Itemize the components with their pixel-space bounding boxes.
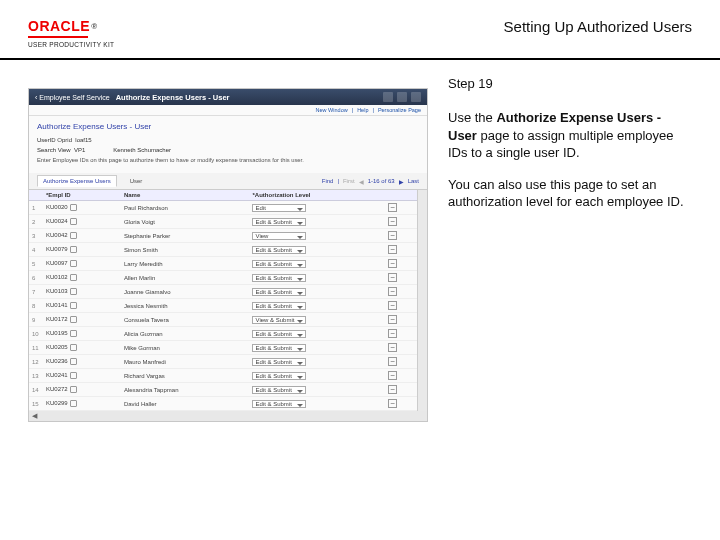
delete-row-button[interactable]: −	[388, 343, 397, 352]
searchview-label: Search View	[37, 147, 71, 153]
screen-title: Authorize Expense Users - User	[116, 93, 373, 102]
notifications-icon[interactable]	[411, 92, 421, 102]
col-emplid[interactable]: *Empl ID	[43, 190, 121, 201]
table-row: 1KU0020Paul RichardsonEdit−	[29, 201, 417, 215]
lookup-icon[interactable]	[70, 288, 77, 295]
app-titlebar: ‹ Employee Self Service Authorize Expens…	[29, 89, 427, 105]
auth-level-select[interactable]: Edit & Submit	[252, 330, 306, 338]
page-hint: Enter Employee IDs on this page to autho…	[37, 157, 419, 163]
pager-prev-icon[interactable]: ◀	[359, 178, 364, 185]
lookup-icon[interactable]	[70, 358, 77, 365]
auth-level-select[interactable]: Edit & Submit	[252, 246, 306, 254]
auth-level-select[interactable]: Edit & Submit	[252, 260, 306, 268]
delete-row-button[interactable]: −	[388, 245, 397, 254]
table-row: 14KU0272Alexandria TappmanEdit & Submit−	[29, 383, 417, 397]
lookup-icon[interactable]	[70, 316, 77, 323]
delete-row-button[interactable]: −	[388, 273, 397, 282]
brand-subtitle: USER PRODUCTIVITY KIT	[28, 41, 114, 48]
lookup-icon[interactable]	[70, 400, 77, 407]
lookup-icon[interactable]	[70, 246, 77, 253]
pager-first[interactable]: First	[343, 178, 355, 184]
auth-level-select[interactable]: View & Submit	[252, 316, 306, 324]
pager-range: 1-16 of 63	[368, 178, 395, 184]
tab-authorize[interactable]: Authorize Expense Users	[37, 175, 117, 187]
pager-last[interactable]: Last	[408, 178, 419, 184]
brand-underline	[28, 36, 88, 38]
lookup-icon[interactable]	[70, 218, 77, 225]
personalize-link[interactable]: Personalize Page	[378, 107, 421, 113]
auth-level-select[interactable]: Edit & Submit	[252, 302, 306, 310]
auth-level-select[interactable]: Edit & Submit	[252, 274, 306, 282]
delete-row-button[interactable]: −	[388, 231, 397, 240]
lookup-icon[interactable]	[70, 302, 77, 309]
titlebar-icons	[379, 92, 421, 103]
brand-text: ORACLE	[28, 18, 90, 34]
table-row: 3KU0042Stephanie ParkerView−	[29, 229, 417, 243]
page-heading: Authorize Expense Users - User	[37, 122, 419, 131]
table-row: 9KU0172Consuela TaveraView & Submit−	[29, 313, 417, 327]
auth-users-table: *Empl ID Name *Authorization Level 1KU00…	[29, 190, 417, 411]
lookup-icon[interactable]	[70, 260, 77, 267]
delete-row-button[interactable]: −	[388, 287, 397, 296]
delete-row-button[interactable]: −	[388, 259, 397, 268]
searchview-value: VP1	[74, 147, 85, 153]
delete-row-button[interactable]: −	[388, 203, 397, 212]
table-row: 7KU0103Joanne GiamalvoEdit & Submit−	[29, 285, 417, 299]
lookup-icon[interactable]	[70, 372, 77, 379]
delete-row-button[interactable]: −	[388, 357, 397, 366]
auth-level-select[interactable]: Edit & Submit	[252, 218, 306, 226]
col-level[interactable]: *Authorization Level	[249, 190, 385, 201]
lookup-icon[interactable]	[70, 344, 77, 351]
vertical-scrollbar[interactable]	[417, 190, 427, 411]
pager-next-icon[interactable]: ▶	[399, 178, 404, 185]
auth-level-select[interactable]: Edit & Submit	[252, 358, 306, 366]
page-title: Setting Up Authorized Users	[504, 18, 692, 35]
delete-row-button[interactable]: −	[388, 315, 397, 324]
delete-row-button[interactable]: −	[388, 399, 397, 408]
instruction-p2: You can also use this page to set an aut…	[448, 176, 692, 211]
grid-tabs: Authorize Expense Users User Find | Firs…	[29, 173, 427, 190]
lookup-icon[interactable]	[70, 204, 77, 211]
table-row: 11KU0205Mike GormanEdit & Submit−	[29, 341, 417, 355]
nav-icon[interactable]	[397, 92, 407, 102]
back-breadcrumb[interactable]: ‹ Employee Self Service	[35, 94, 110, 101]
table-row: 4KU0079Simon SmithEdit & Submit−	[29, 243, 417, 257]
userid-value: loaf15	[75, 137, 91, 143]
delete-row-button[interactable]: −	[388, 301, 397, 310]
horizontal-scrollbar[interactable]: ◀	[29, 411, 427, 421]
tab-user[interactable]: User	[125, 176, 148, 186]
home-icon[interactable]	[383, 92, 393, 102]
delete-row-button[interactable]: −	[388, 385, 397, 394]
table-row: 13KU0241Richard VargasEdit & Submit−	[29, 369, 417, 383]
table-row: 12KU0236Mauro ManfrediEdit & Submit−	[29, 355, 417, 369]
table-row: 5KU0097Larry MeredithEdit & Submit−	[29, 257, 417, 271]
step-label: Step 19	[448, 76, 692, 91]
table-row: 2KU0024Gloria VoigtEdit & Submit−	[29, 215, 417, 229]
table-row: 6KU0102Allen MarlinEdit & Submit−	[29, 271, 417, 285]
col-name[interactable]: Name	[121, 190, 250, 201]
util-links: New Window| Help| Personalize Page	[29, 105, 427, 116]
delete-row-button[interactable]: −	[388, 371, 397, 380]
userid-label: UserID Oprid	[37, 137, 72, 143]
lookup-icon[interactable]	[70, 232, 77, 239]
auth-level-select[interactable]: View	[252, 232, 306, 240]
searchview-desc: Kenneth Schumacher	[113, 147, 171, 153]
auth-level-select[interactable]: Edit & Submit	[252, 344, 306, 352]
auth-level-select[interactable]: Edit & Submit	[252, 386, 306, 394]
auth-level-select[interactable]: Edit & Submit	[252, 288, 306, 296]
new-window-link[interactable]: New Window	[316, 107, 348, 113]
auth-level-select[interactable]: Edit & Submit	[252, 400, 306, 408]
auth-level-select[interactable]: Edit & Submit	[252, 372, 306, 380]
lookup-icon[interactable]	[70, 386, 77, 393]
delete-row-button[interactable]: −	[388, 329, 397, 338]
find-link[interactable]: Find	[322, 178, 334, 184]
delete-row-button[interactable]: −	[388, 217, 397, 226]
instruction-p1: Use the Authorize Expense Users - User p…	[448, 109, 692, 162]
help-link[interactable]: Help	[357, 107, 368, 113]
table-row: 15KU0299David HallerEdit & Submit−	[29, 397, 417, 411]
header-divider	[0, 58, 720, 60]
lookup-icon[interactable]	[70, 330, 77, 337]
lookup-icon[interactable]	[70, 274, 77, 281]
app-screenshot: ‹ Employee Self Service Authorize Expens…	[28, 88, 428, 422]
auth-level-select[interactable]: Edit	[252, 204, 306, 212]
